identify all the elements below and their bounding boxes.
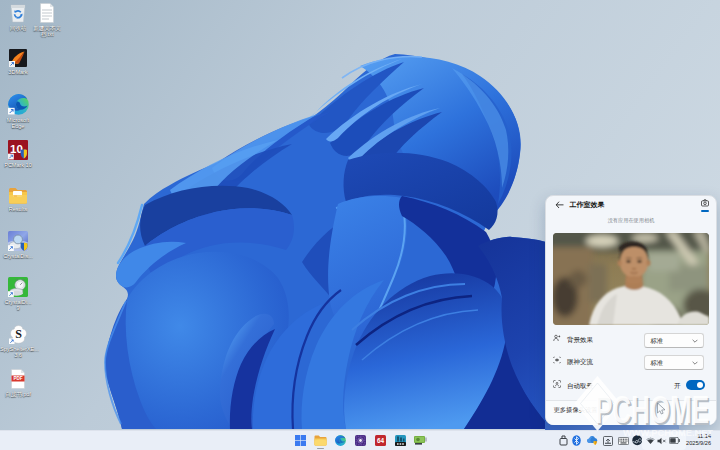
svg-text:PCHOME: PCHOME [595, 389, 709, 431]
svg-text:WWW.PCHOME.NET: WWW.PCHOME.NET [623, 427, 713, 438]
